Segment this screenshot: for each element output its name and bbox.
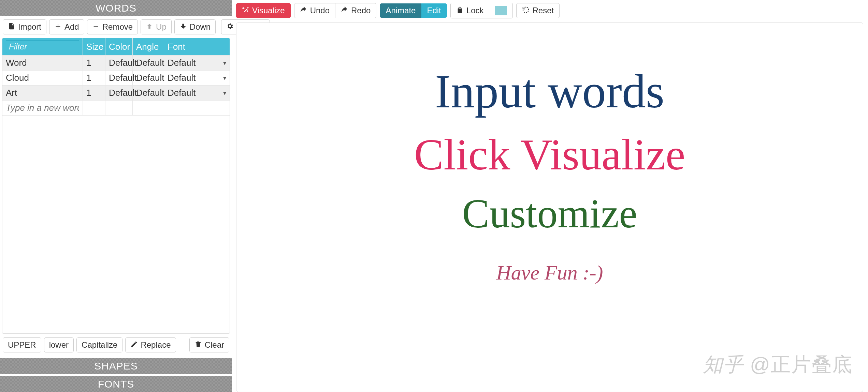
canvas-text-3[interactable]: Customize — [462, 190, 637, 237]
visualize-label: Visualize — [252, 6, 285, 15]
cell-size[interactable]: 1 — [83, 71, 105, 86]
down-label: Down — [190, 23, 211, 31]
redo-icon — [341, 6, 348, 15]
color-swatch-button[interactable] — [489, 3, 513, 18]
cell-word[interactable]: Art — [2, 86, 83, 101]
visualize-button[interactable]: Visualize — [236, 3, 291, 18]
table-row[interactable]: Art1DefaultDefaultDefault▾ — [2, 86, 230, 101]
trash-icon — [194, 341, 202, 349]
import-label: Import — [18, 23, 41, 31]
cell-color[interactable]: Default — [105, 71, 133, 86]
cell-color[interactable]: Default — [105, 56, 133, 71]
watermark: 知乎 @正片叠底 — [703, 351, 853, 378]
undo-button[interactable]: Undo — [294, 3, 335, 18]
table-row[interactable]: Cloud1DefaultDefaultDefault▾ — [2, 71, 230, 86]
add-button[interactable]: Add — [49, 19, 84, 34]
redo-label: Redo — [351, 6, 371, 15]
cell-font[interactable] — [164, 101, 230, 116]
lock-icon — [456, 6, 464, 15]
canvas-text-1[interactable]: Input words — [435, 64, 665, 119]
cell-word[interactable]: Word — [2, 56, 83, 71]
lower-button[interactable]: lower — [44, 337, 74, 352]
color-swatch — [495, 6, 507, 15]
canvas-text-4[interactable]: Have Fun :-) — [496, 261, 603, 285]
history-group: Undo Redo — [294, 3, 377, 18]
up-label: Up — [156, 23, 167, 31]
col-color[interactable]: Color — [105, 38, 133, 56]
replace-label: Replace — [141, 341, 171, 349]
section-header-words[interactable]: WORDS — [0, 0, 232, 16]
col-size[interactable]: Size — [83, 38, 105, 56]
cell-angle[interactable]: Default — [133, 56, 164, 71]
minus-icon — [92, 22, 100, 31]
undo-label: Undo — [310, 6, 330, 15]
section-header-shapes[interactable]: SHAPES — [0, 358, 232, 374]
lock-button[interactable]: Lock — [450, 3, 490, 18]
canvas-text-2[interactable]: Click Visualize — [414, 129, 685, 180]
arrow-down-icon — [179, 22, 187, 31]
cell-font[interactable]: Default▾ — [164, 71, 230, 86]
undo-icon — [300, 6, 307, 15]
cell-size[interactable] — [83, 101, 105, 116]
import-icon — [8, 22, 15, 31]
clear-label: Clear — [205, 341, 224, 349]
edit-icon — [130, 341, 138, 349]
canvas-toolbar: Visualize Undo Redo Animate — [236, 3, 868, 22]
section-header-fonts[interactable]: FONTS — [0, 376, 232, 392]
cell-angle[interactable]: Default — [133, 86, 164, 101]
filter-input[interactable] — [6, 40, 79, 53]
magic-wand-icon — [242, 6, 249, 15]
edit-button[interactable]: Edit — [421, 3, 447, 18]
cell-color[interactable]: Default — [105, 86, 133, 101]
reset-button[interactable]: Reset — [516, 3, 560, 18]
lock-label: Lock — [466, 6, 484, 15]
redo-button[interactable]: Redo — [335, 3, 376, 18]
capitalize-button[interactable]: Capitalize — [76, 337, 122, 352]
new-word-input[interactable] — [6, 103, 79, 113]
chevron-down-icon: ▾ — [223, 59, 226, 67]
chevron-down-icon: ▾ — [223, 89, 226, 97]
reset-icon — [522, 6, 530, 15]
watermark-text: @正片叠底 — [750, 351, 853, 378]
chevron-down-icon: ▾ — [223, 74, 226, 82]
watermark-logo: 知乎 — [703, 351, 744, 378]
remove-button[interactable]: Remove — [87, 19, 138, 34]
cell-color[interactable] — [105, 101, 133, 116]
words-toolbar: Import Add Remove Up — [0, 16, 232, 38]
lock-group: Lock — [450, 3, 513, 18]
words-bottom-toolbar: UPPER lower Capitalize Replace Clear — [0, 334, 232, 356]
cell-word[interactable]: Cloud — [2, 71, 83, 86]
col-font[interactable]: Font — [164, 38, 230, 56]
cell-font[interactable]: Default▾ — [164, 56, 230, 71]
animate-button[interactable]: Animate — [380, 3, 421, 18]
down-button[interactable]: Down — [174, 19, 216, 34]
table-row[interactable]: Word1DefaultDefaultDefault▾ — [2, 56, 230, 71]
filter-header — [2, 38, 83, 56]
words-table: Size Color Angle Font Word1DefaultDefaul… — [2, 38, 230, 334]
remove-label: Remove — [102, 23, 133, 31]
cell-new-word[interactable] — [2, 101, 83, 116]
plus-icon — [54, 22, 62, 31]
cell-size[interactable]: 1 — [83, 56, 105, 71]
col-angle[interactable]: Angle — [133, 38, 164, 56]
arrow-up-icon — [146, 22, 153, 31]
cell-font[interactable]: Default▾ — [164, 86, 230, 101]
reset-label: Reset — [532, 6, 554, 15]
add-label: Add — [64, 23, 79, 31]
replace-button[interactable]: Replace — [125, 337, 176, 352]
import-button[interactable]: Import — [3, 19, 46, 34]
cell-angle[interactable] — [133, 101, 164, 116]
up-button[interactable]: Up — [141, 19, 172, 34]
canvas-area[interactable]: Input words Click Visualize Customize Ha… — [236, 22, 863, 392]
mode-group: Animate Edit — [380, 3, 447, 18]
table-header: Size Color Angle Font — [2, 38, 230, 56]
clear-button[interactable]: Clear — [189, 337, 229, 352]
cell-angle[interactable]: Default — [133, 71, 164, 86]
table-row-new[interactable] — [2, 101, 230, 116]
upper-button[interactable]: UPPER — [3, 337, 41, 352]
cell-size[interactable]: 1 — [83, 86, 105, 101]
